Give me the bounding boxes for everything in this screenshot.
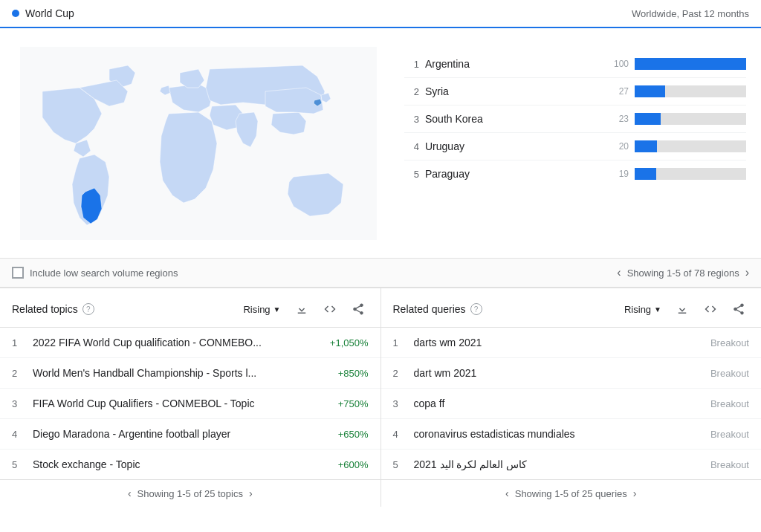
chart-bar-container: [635, 58, 746, 70]
chart-value: 100: [603, 59, 629, 69]
chart-country-label: South Korea: [425, 113, 597, 125]
related-queries-download-icon[interactable]: [672, 299, 693, 319]
chart-bar: [635, 140, 657, 152]
chart-bar-container: [635, 113, 746, 125]
item-label: 2022 FIFA World Cup qualification - CONM…: [33, 337, 321, 348]
list-item[interactable]: 4 coronavirus estadisticas mundiales Bre…: [381, 419, 762, 450]
chart-rank: 2: [404, 86, 419, 97]
item-rank: 5: [393, 459, 405, 470]
map-container: [0, 36, 397, 250]
related-topics-controls: Rising ▼: [240, 299, 368, 319]
related-topics-share-icon[interactable]: [348, 299, 369, 319]
item-breakout-value: Breakout: [710, 429, 749, 440]
topics-prev-arrow[interactable]: ‹: [128, 487, 132, 499]
list-item[interactable]: 2 dart wm 2021 Breakout: [381, 358, 762, 389]
topics-next-arrow[interactable]: ›: [249, 487, 253, 499]
chart-bar: [635, 58, 746, 70]
chart-bar-container: [635, 85, 746, 97]
list-item[interactable]: 3 FIFA World Cup Qualifiers - CONMEBOL -…: [0, 389, 380, 419]
item-rank: 3: [12, 398, 24, 409]
related-queries-info-icon[interactable]: ?: [470, 303, 482, 315]
status-dot: [12, 10, 19, 17]
item-change-value: +1,050%: [330, 337, 369, 348]
regions-prev-arrow[interactable]: ‹: [617, 266, 621, 279]
related-queries-filter-btn[interactable]: Rising ▼: [621, 302, 664, 317]
queries-dropdown-arrow-icon: ▼: [654, 305, 661, 314]
related-queries-embed-icon[interactable]: [700, 299, 721, 319]
related-queries-title: Related queries: [393, 303, 466, 315]
item-change-value: +650%: [338, 429, 369, 440]
related-topics-filter-btn[interactable]: Rising ▼: [240, 302, 283, 317]
item-label: كاس العالم لكرة اليد 2021: [414, 458, 702, 470]
related-topics-title-group: Related topics ?: [12, 303, 94, 315]
item-label: FIFA World Cup Qualifiers - CONMEBOL - T…: [33, 398, 329, 409]
related-topics-download-icon[interactable]: [291, 299, 312, 319]
queries-filter-label: Rising: [624, 304, 651, 315]
chart-row: 5 Paraguay 19: [404, 160, 746, 187]
item-rank: 3: [393, 398, 405, 409]
item-label: copa ff: [414, 398, 702, 409]
item-label: darts wm 2021: [414, 337, 702, 348]
item-rank: 4: [393, 429, 405, 440]
chart-row: 4 Uruguay 20: [404, 133, 746, 160]
chart-bar-container: [635, 140, 746, 152]
chart-value: 27: [603, 86, 629, 97]
chart-country-label: Argentina: [425, 58, 597, 70]
item-change-value: +850%: [338, 368, 369, 379]
filter-label: Rising: [243, 304, 270, 315]
item-change-value: +750%: [338, 398, 369, 409]
related-queries-title-group: Related queries ?: [393, 303, 482, 315]
regions-pagination: ‹ Showing 1-5 of 78 regions ›: [617, 266, 749, 279]
queries-next-arrow[interactable]: ›: [633, 487, 637, 499]
chart-row: 1 Argentina 100: [404, 51, 746, 78]
regions-next-arrow[interactable]: ›: [745, 266, 749, 279]
item-rank: 1: [393, 337, 405, 348]
related-topics-panel: Related topics ? Rising ▼ 1: [0, 288, 381, 507]
item-rank: 2: [12, 368, 24, 379]
related-topics-info-icon[interactable]: ?: [82, 303, 94, 315]
item-label: Diego Maradona - Argentine football play…: [33, 428, 329, 440]
low-volume-checkbox[interactable]: [12, 267, 24, 279]
chart-bar: [635, 168, 656, 180]
chart-value: 20: [603, 141, 629, 152]
chart-rank: 1: [404, 59, 419, 70]
item-breakout-value: Breakout: [710, 337, 749, 348]
related-topics-list: 1 2022 FIFA World Cup qualification - CO…: [0, 328, 380, 479]
related-topics-title: Related topics: [12, 303, 78, 315]
list-item[interactable]: 2 World Men's Handball Championship - Sp…: [0, 358, 380, 389]
related-queries-header: Related queries ? Rising ▼: [381, 288, 762, 328]
chart-row: 2 Syria 27: [404, 78, 746, 106]
chart-container: 1 Argentina 100 2 Syria 27 3 South Korea…: [397, 36, 761, 250]
checkbox-section[interactable]: Include low search volume regions: [12, 267, 178, 279]
dropdown-arrow-icon: ▼: [273, 305, 281, 314]
chart-country-label: Syria: [425, 85, 597, 97]
list-item[interactable]: 5 كاس العالم لكرة اليد 2021 Breakout: [381, 450, 762, 479]
list-item[interactable]: 1 2022 FIFA World Cup qualification - CO…: [0, 328, 380, 358]
related-queries-list: 1 darts wm 2021 Breakout 2 dart wm 2021 …: [381, 328, 762, 479]
list-item[interactable]: 3 copa ff Breakout: [381, 389, 762, 419]
queries-pagination-text: Showing 1-5 of 25 queries: [515, 488, 627, 499]
list-item[interactable]: 1 darts wm 2021 Breakout: [381, 328, 762, 358]
list-item[interactable]: 4 Diego Maradona - Argentine football pl…: [0, 419, 380, 450]
chart-bar-container: [635, 168, 746, 180]
chart-rank: 4: [404, 141, 419, 152]
list-item[interactable]: 5 Stock exchange - Topic +600%: [0, 450, 380, 479]
chart-rank: 5: [404, 169, 419, 180]
bottom-panels: Related topics ? Rising ▼ 1: [0, 288, 761, 507]
item-rank: 1: [12, 337, 24, 348]
top-bar-subtitle: Worldwide, Past 12 months: [632, 8, 749, 19]
checkbox-label: Include low search volume regions: [30, 267, 178, 279]
queries-prev-arrow[interactable]: ‹: [505, 487, 509, 499]
item-label: coronavirus estadisticas mundiales: [414, 428, 702, 440]
item-rank: 5: [12, 459, 24, 470]
item-rank: 4: [12, 429, 24, 440]
map-chart-section: 1 Argentina 100 2 Syria 27 3 South Korea…: [0, 28, 761, 259]
related-queries-share-icon[interactable]: [728, 299, 749, 319]
item-rank: 2: [393, 368, 405, 379]
item-breakout-value: Breakout: [710, 398, 749, 409]
related-topics-embed-icon[interactable]: [320, 299, 340, 319]
related-queries-footer: ‹ Showing 1-5 of 25 queries ›: [381, 479, 762, 507]
top-bar: World Cup Worldwide, Past 12 months: [0, 0, 761, 28]
item-change-value: +600%: [338, 459, 369, 470]
chart-country-label: Paraguay: [425, 168, 597, 180]
